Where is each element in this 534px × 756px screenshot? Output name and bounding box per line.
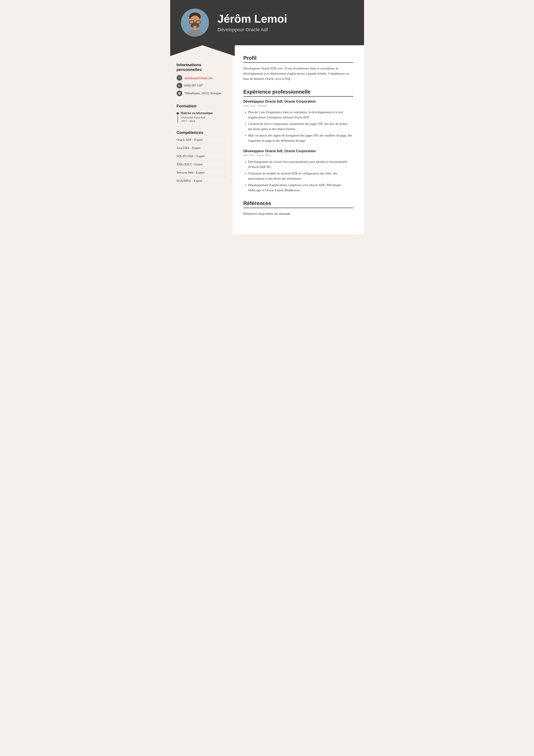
header-subtitle: Développeur Oracle Adf bbox=[217, 27, 353, 33]
avatar bbox=[181, 9, 209, 37]
formation-section-title: Formation bbox=[177, 104, 226, 108]
header-chevron bbox=[170, 45, 235, 56]
contact-location-item: Villeurbanne, 24222, Bretagne bbox=[177, 91, 226, 96]
email-icon bbox=[177, 75, 182, 81]
email-value[interactable]: jérômlemoi@gmail.com bbox=[184, 76, 213, 80]
education-degree: Maîtrise en informatique bbox=[177, 112, 226, 115]
skill-item: Oracle ADF - Expert bbox=[177, 138, 226, 144]
location-value: Villeurbanne, 24222, Bretagne bbox=[184, 92, 221, 95]
profil-section: Profil Développeur Oracle ADF avec 10 an… bbox=[243, 55, 353, 81]
education-item: Maîtrise en informatique Université Pari… bbox=[177, 112, 226, 123]
contact-email-item: jérômlemoi@gmail.com bbox=[177, 75, 226, 81]
exp-bullets: Développement de classes Java personnali… bbox=[243, 159, 353, 193]
references-text: Références disponibles sur demande bbox=[243, 211, 353, 216]
phone-value: (684) 987 1597 bbox=[184, 84, 203, 87]
skill-item: SQL/PL-SQL - Expert bbox=[177, 154, 226, 160]
sidebar-competences-section: Compétences Oracle ADF - ExpertJava/J2EE… bbox=[177, 130, 226, 185]
profil-text: Développeur Oracle ADF avec 10 ans d'exp… bbox=[243, 66, 353, 81]
competences-section-title: Compétences bbox=[177, 130, 226, 135]
header-name: Jérôm Lemoi bbox=[217, 13, 353, 25]
experience-list: Développeur Oracle Adf, Oracle Corporati… bbox=[243, 100, 353, 193]
exp-bullet-item: Développement d'applications complexes a… bbox=[248, 182, 353, 193]
skill-item: Java/J2EE - Expert bbox=[177, 146, 226, 152]
exp-title: Développeur Oracle Adf, Oracle Corporati… bbox=[243, 100, 353, 103]
sidebar: Informations personnelles jérômlemoi@gma… bbox=[170, 45, 233, 235]
experience-item: Développeur Oracle Adf, Oracle Corporati… bbox=[243, 149, 353, 193]
contact-phone-item: (684) 987 1597 bbox=[177, 83, 226, 88]
education-school-wrapper: Université Paris-Sud 2017 - 2021 bbox=[177, 116, 226, 123]
exp-title: Développeur Oracle Adf, Oracle Corporati… bbox=[243, 149, 353, 153]
exp-period: mai 2021 - février 2023 bbox=[243, 153, 353, 157]
exp-bullet-item: Mise en œuvre des règles de navigation d… bbox=[248, 133, 353, 143]
location-icon bbox=[177, 91, 182, 96]
references-section-title: Références bbox=[243, 200, 353, 208]
skills-list: Oracle ADF - ExpertJava/J2EE - ExpertSQL… bbox=[177, 138, 226, 185]
exp-bullet-item: Création de divers composants, notamment… bbox=[248, 121, 353, 131]
experience-section-title: Expérience professionnelle bbox=[243, 89, 353, 96]
header-info: Jérôm Lemoi Développeur Oracle Adf bbox=[217, 13, 353, 32]
sidebar-formation-section: Formation Maîtrise en informatique Unive… bbox=[177, 104, 226, 123]
personal-section-title: Informations personnelles bbox=[177, 63, 226, 72]
education-bullet-icon bbox=[177, 112, 179, 115]
phone-icon bbox=[177, 83, 182, 88]
references-section: Références Références disponibles sur de… bbox=[243, 200, 353, 216]
svg-point-12 bbox=[179, 93, 180, 94]
experience-section: Expérience professionnelle Développeur O… bbox=[243, 89, 353, 193]
sidebar-personal-section: Informations personnelles jérômlemoi@gma… bbox=[177, 63, 226, 96]
exp-bullet-item: Plus de 5 ans d'expérience dans la conce… bbox=[248, 110, 353, 120]
exp-bullet-item: Utilisation du modèle de sécurité ADF et… bbox=[248, 171, 353, 181]
main-layout: Informations personnelles jérômlemoi@gma… bbox=[170, 45, 364, 235]
exp-bullet-item: Développement de classes Java personnali… bbox=[248, 159, 353, 170]
main-content: Profil Développeur Oracle ADF avec 10 an… bbox=[233, 45, 364, 235]
exp-bullets: Plus de 5 ans d'expérience dans la conce… bbox=[243, 110, 353, 143]
skill-item: SOA/BPEL - Expert bbox=[177, 179, 226, 185]
education-years: 2017 - 2021 bbox=[181, 119, 226, 123]
header: Jérôm Lemoi Développeur Oracle Adf bbox=[170, 0, 364, 45]
skill-item: XML/XSLT - Expert bbox=[177, 163, 226, 169]
exp-period: mars 2023 - Présent bbox=[243, 104, 353, 107]
education-school: Université Paris-Sud bbox=[181, 116, 226, 119]
profil-section-title: Profil bbox=[243, 55, 353, 63]
experience-item: Développeur Oracle Adf, Oracle Corporati… bbox=[243, 100, 353, 143]
svg-rect-10 bbox=[193, 26, 196, 30]
skill-item: Services Web - Expert bbox=[177, 171, 226, 177]
